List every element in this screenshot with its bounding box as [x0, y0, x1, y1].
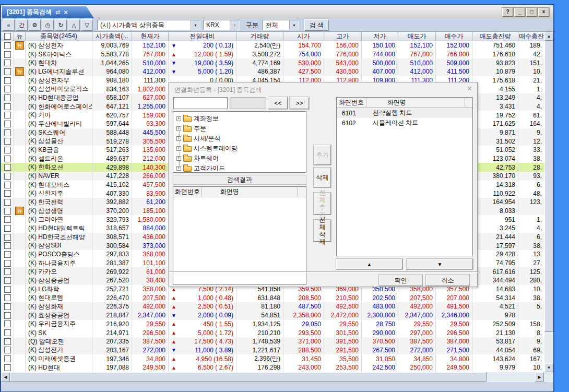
tree-item[interactable]: +차트쉐어 — [176, 153, 306, 163]
table-row[interactable]: (K) 현대로템226,470207,500▲1,000 ( 0.48)631,… — [1, 293, 544, 302]
row-checkbox[interactable] — [4, 329, 11, 336]
select-all-checkbox[interactable] — [4, 33, 11, 40]
row-checkbox[interactable] — [4, 251, 11, 258]
row-checkbox[interactable] — [4, 286, 11, 293]
scroll-down-icon[interactable]: ▼ — [544, 363, 553, 372]
expand-icon[interactable]: + — [176, 136, 181, 141]
col-header-ask[interactable]: 매도가 — [398, 32, 436, 41]
row-checkbox[interactable] — [4, 190, 11, 197]
row-checkbox[interactable] — [4, 77, 11, 84]
preset-select[interactable]: (시) 시가총액 상위종목 ▼ — [97, 20, 200, 30]
table-row[interactable]: (K) 삼성화재226,375492,000▲2,500 ( 0.51)81,1… — [1, 302, 544, 311]
row-checkbox[interactable] — [4, 138, 11, 145]
close-button[interactable]: × — [538, 8, 549, 17]
maximize-button[interactable]: □ — [526, 8, 537, 17]
vertical-scrollbar[interactable]: ▲ ▼ — [544, 32, 553, 372]
row-checkbox[interactable] — [4, 60, 11, 66]
row-checkbox[interactable] — [4, 164, 11, 171]
row-checkbox[interactable] — [4, 225, 11, 232]
ok-button[interactable]: 확인 — [379, 275, 422, 286]
col-header-name[interactable]: 종목명(2454) — [26, 32, 92, 41]
row-checkbox[interactable] — [4, 347, 11, 353]
row-checkbox[interactable] — [4, 42, 11, 49]
col-header-new[interactable]: 뉴 — [14, 32, 26, 41]
table-row[interactable]: (K) SK214,971296,500▲5,000 ( 1.72)210,21… — [1, 328, 544, 337]
row-checkbox[interactable] — [4, 94, 11, 101]
row-checkbox[interactable] — [4, 338, 11, 345]
row-checkbox[interactable] — [4, 277, 11, 284]
row-checkbox[interactable] — [4, 294, 11, 301]
chevron-down-icon[interactable]: ▼ — [289, 20, 299, 30]
row-checkbox[interactable] — [4, 103, 11, 110]
row-checkbox[interactable] — [4, 173, 11, 180]
move-up-button[interactable]: ▲ — [336, 259, 402, 269]
search-result-list[interactable]: 화면번호 화면명 — [173, 186, 306, 285]
delete-button[interactable]: 삭제 — [314, 168, 331, 187]
col-header-volume[interactable]: 거래량 — [236, 32, 283, 41]
gan-button[interactable]: 간 — [16, 19, 28, 31]
tree-item[interactable]: +계좌정보 — [176, 114, 306, 124]
row-checkbox[interactable] — [4, 208, 11, 215]
tree-item[interactable]: +시세/분석 — [176, 134, 306, 144]
registered-screen-list[interactable]: 화면번호 화면명 6101전략실행 차트6102시뮬레이션 차트 — [336, 97, 473, 256]
registered-screen-row[interactable]: 6102시뮬레이션 차트 — [337, 118, 472, 128]
row-checkbox[interactable] — [4, 199, 11, 206]
row-checkbox[interactable] — [4, 268, 11, 275]
registered-screen-row[interactable]: 6101전략실행 차트 — [337, 108, 472, 118]
table-row[interactable]: (Q) 알테오젠207,335387,500▲17,500 ( 4.73)1,7… — [1, 337, 544, 346]
col-screen-name[interactable]: 화면명 — [202, 187, 298, 197]
horizontal-scrollbar[interactable]: ◀ ▶ — [1, 372, 553, 382]
row-checkbox[interactable] — [4, 86, 11, 92]
type-select[interactable]: 전체 ▼ — [263, 20, 299, 30]
tree-item[interactable]: +주문 — [176, 124, 306, 134]
col-header-bid[interactable]: 매수가 — [436, 32, 472, 41]
row-checkbox[interactable] — [4, 129, 11, 136]
col-header-bid-total[interactable]: 매수총잔 — [518, 32, 544, 41]
screen-number-input[interactable] — [173, 97, 228, 109]
col-screen-no[interactable]: 화면번호 — [337, 98, 366, 108]
row-checkbox[interactable] — [4, 242, 11, 249]
col-header-change[interactable]: 전일대비 — [169, 32, 236, 41]
scroll-left-icon[interactable]: ◀ — [1, 372, 10, 382]
row-checkbox[interactable] — [4, 234, 11, 241]
help-button[interactable]: ? — [502, 8, 513, 17]
col-screen-name[interactable]: 화면명 — [366, 98, 465, 108]
forward-button[interactable]: >> — [290, 97, 309, 109]
row-checkbox[interactable] — [4, 312, 11, 319]
add-all-button[interactable]: 전체추가 — [314, 193, 331, 215]
col-header-open[interactable]: 시가 — [283, 32, 324, 41]
table-row[interactable]: 뉴(K) LG에너지솔루션964,080412,000▼5,000 ( 1.20… — [1, 67, 544, 76]
add-button[interactable]: 추가 — [314, 145, 331, 165]
cancel-button[interactable]: 취소 — [426, 275, 469, 286]
table-row[interactable]: (K) 삼성전기203,167272,000▼11,000 ( 3.89)1,2… — [1, 346, 544, 355]
table-row[interactable]: (K) 미래에셋증권197,34634,800▲4,950 (16.58)2,3… — [1, 354, 544, 363]
expand-icon[interactable]: + — [176, 146, 181, 151]
table-row[interactable]: (K) HD현대197,088249,500▲6,500 ( 2.67)176,… — [1, 363, 544, 372]
expand-icon[interactable]: + — [176, 116, 181, 121]
row-checkbox[interactable] — [4, 182, 11, 188]
table-row[interactable]: (K) 현대차1,044,265510,000▼19,000 ( 3.59)4,… — [1, 58, 544, 67]
eject-up-icon[interactable]: △ — [68, 19, 80, 31]
row-checkbox[interactable] — [4, 216, 11, 223]
tree-item[interactable]: +시스템트레이딩 — [176, 144, 306, 153]
search-button[interactable]: 검 색 — [304, 19, 329, 31]
refresh-icon[interactable]: ↻ — [55, 19, 67, 31]
table-row[interactable]: 뉴(K) 삼성전자9,003,769152,100▼200 ( 0.13)2,5… — [1, 41, 544, 50]
link-icon[interactable]: ⇄ — [55, 9, 60, 16]
move-down-button[interactable]: ▼ — [407, 259, 473, 269]
row-checkbox[interactable] — [4, 260, 11, 267]
clock-icon[interactable]: ◷ — [42, 19, 54, 31]
tab-close-icon[interactable]: × — [64, 8, 68, 16]
expand-icon[interactable]: + — [176, 126, 181, 131]
table-row[interactable]: (K) 우리금융지주216,92029,550▲450 ( 1.55)1,934… — [1, 320, 544, 329]
dialog-close-icon[interactable]: × — [467, 84, 472, 93]
table-row[interactable]: (K) SK하이닉스5,583,778767,000▲12,000 ( 1.59… — [1, 50, 544, 59]
table-row[interactable]: (K) 효성중공업218,8472,347,000▼2,000 ( 0.09)5… — [1, 311, 544, 320]
row-checkbox[interactable] — [4, 51, 11, 58]
row-checkbox[interactable] — [4, 112, 11, 118]
col-header-high[interactable]: 고가 — [324, 32, 362, 41]
expand-icon[interactable]: + — [176, 166, 181, 171]
col-header-price[interactable]: 현재가 — [132, 32, 169, 41]
row-checkbox[interactable] — [4, 147, 11, 153]
market-select[interactable]: KRX ▼ — [203, 20, 240, 30]
